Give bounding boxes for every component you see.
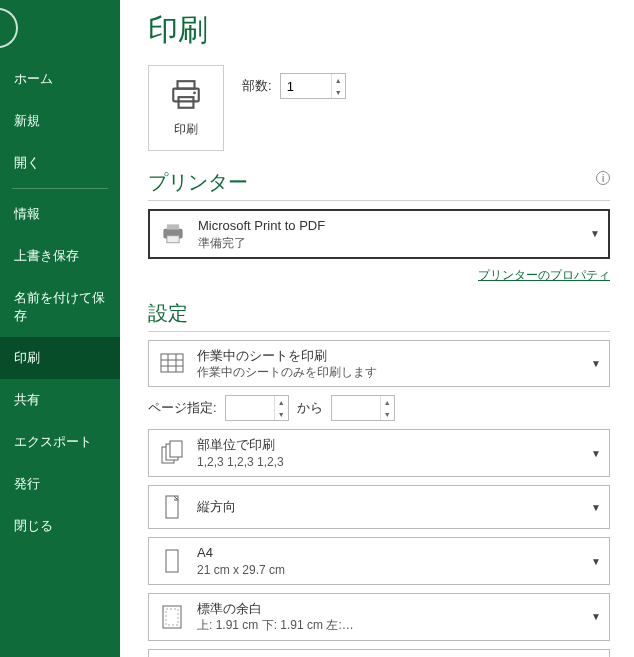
sidebar-item-print[interactable]: 印刷: [0, 337, 120, 379]
page-title: 印刷: [148, 10, 610, 51]
collate-icon: [157, 438, 187, 468]
print-pane: 印刷 印刷 部数: ▲ ▼ プリンター i Micros: [120, 0, 634, 657]
sidebar-item-label: 印刷: [14, 350, 40, 365]
print-button[interactable]: 印刷: [148, 65, 224, 151]
margins-icon: [157, 602, 187, 632]
scaling-dropdown[interactable]: 100 拡大縮小なし シートを実際のサイズで印刷します ▼: [148, 649, 610, 657]
sidebar-item-label: エクスポート: [14, 434, 92, 449]
page-from-spinner[interactable]: ▲▼: [225, 395, 289, 421]
back-button[interactable]: [0, 8, 18, 48]
svg-point-3: [193, 91, 196, 94]
paper-size-icon: [157, 546, 187, 576]
svg-rect-6: [167, 236, 179, 243]
sidebar-item-close[interactable]: 閉じる: [0, 505, 120, 547]
dropdown-line1: 標準の余白: [197, 600, 581, 618]
sidebar-item-share[interactable]: 共有: [0, 379, 120, 421]
section-heading-text: プリンター: [148, 171, 248, 193]
spinner-up-icon[interactable]: ▲: [381, 396, 394, 408]
sidebar-item-label: 新規: [14, 113, 40, 128]
spinner-up-icon[interactable]: ▲: [275, 396, 288, 408]
spinner-down-icon[interactable]: ▼: [275, 408, 288, 420]
sidebar-item-home[interactable]: ホーム: [0, 58, 120, 100]
print-area-dropdown[interactable]: 作業中のシートを印刷 作業中のシートのみを印刷します ▼: [148, 340, 610, 388]
sidebar-divider: [12, 188, 108, 189]
printer-device-icon: [158, 219, 188, 249]
printer-properties-link[interactable]: プリンターのプロパティ: [478, 268, 610, 282]
chevron-down-icon: ▼: [591, 611, 601, 622]
sidebar-item-label: 上書き保存: [14, 248, 79, 263]
chevron-down-icon: ▼: [591, 448, 601, 459]
spinner-down-icon[interactable]: ▼: [332, 86, 345, 98]
dropdown-line2: 作業中のシートのみを印刷します: [197, 364, 581, 380]
dropdown-line1: 作業中のシートを印刷: [197, 347, 581, 365]
svg-rect-5: [167, 224, 179, 229]
sidebar-item-saveas[interactable]: 名前を付けて保存: [0, 277, 120, 337]
sidebar-item-label: 情報: [14, 206, 40, 221]
dropdown-line2: 上: 1.91 cm 下: 1.91 cm 左:…: [197, 617, 581, 633]
spinner-up-icon[interactable]: ▲: [332, 74, 345, 86]
svg-rect-16: [166, 550, 178, 572]
printer-dropdown[interactable]: Microsoft Print to PDF 準備完了 ▼: [148, 209, 610, 259]
sidebar-item-label: 閉じる: [14, 518, 53, 533]
settings-section-heading: 設定: [148, 300, 610, 332]
svg-rect-0: [178, 81, 195, 88]
page-range-label: ページ指定:: [148, 399, 217, 417]
copies-spinner[interactable]: ▲ ▼: [280, 73, 346, 99]
chevron-down-icon: ▼: [591, 556, 601, 567]
chevron-down-icon: ▼: [590, 228, 600, 239]
sheet-icon: [157, 349, 187, 379]
printer-section-heading: プリンター i: [148, 169, 610, 201]
sidebar-item-save[interactable]: 上書き保存: [0, 235, 120, 277]
sidebar-item-label: 発行: [14, 476, 40, 491]
sidebar-item-new[interactable]: 新規: [0, 100, 120, 142]
svg-rect-7: [161, 354, 183, 372]
printer-icon: [169, 78, 203, 115]
section-heading-text: 設定: [148, 302, 188, 324]
printer-status: 準備完了: [198, 235, 580, 251]
chevron-down-icon: ▼: [591, 502, 601, 513]
dropdown-line2: 1,2,3 1,2,3 1,2,3: [197, 454, 581, 470]
chevron-down-icon: ▼: [591, 358, 601, 369]
sidebar-item-label: ホーム: [14, 71, 53, 86]
collation-dropdown[interactable]: 部単位で印刷 1,2,3 1,2,3 1,2,3 ▼: [148, 429, 610, 477]
sidebar-item-export[interactable]: エクスポート: [0, 421, 120, 463]
backstage-sidebar: ホーム 新規 開く 情報 上書き保存 名前を付けて保存 印刷 共有 エクスポート…: [0, 0, 120, 657]
margins-dropdown[interactable]: 標準の余白 上: 1.91 cm 下: 1.91 cm 左:… ▼: [148, 593, 610, 641]
sidebar-item-open[interactable]: 開く: [0, 142, 120, 184]
copies-label: 部数:: [242, 77, 272, 95]
portrait-icon: [157, 492, 187, 522]
info-icon[interactable]: i: [596, 171, 610, 185]
copies-input[interactable]: [281, 74, 331, 98]
paper-size-dropdown[interactable]: A4 21 cm x 29.7 cm ▼: [148, 537, 610, 585]
sidebar-item-publish[interactable]: 発行: [0, 463, 120, 505]
page-range-separator: から: [297, 399, 323, 417]
svg-rect-14: [170, 441, 182, 457]
page-to-spinner[interactable]: ▲▼: [331, 395, 395, 421]
print-button-label: 印刷: [174, 121, 198, 138]
dropdown-line1: A4: [197, 544, 581, 562]
dropdown-line1: 部単位で印刷: [197, 436, 581, 454]
dropdown-line1: 縦方向: [197, 498, 581, 516]
page-from-input[interactable]: [226, 396, 274, 420]
printer-name: Microsoft Print to PDF: [198, 217, 580, 235]
sidebar-item-label: 開く: [14, 155, 40, 170]
sidebar-item-info[interactable]: 情報: [0, 193, 120, 235]
dropdown-line2: 21 cm x 29.7 cm: [197, 562, 581, 578]
sidebar-item-label: 名前を付けて保存: [14, 290, 105, 323]
spinner-down-icon[interactable]: ▼: [381, 408, 394, 420]
svg-rect-1: [173, 89, 199, 102]
page-to-input[interactable]: [332, 396, 380, 420]
orientation-dropdown[interactable]: 縦方向 ▼: [148, 485, 610, 529]
sidebar-item-label: 共有: [14, 392, 40, 407]
